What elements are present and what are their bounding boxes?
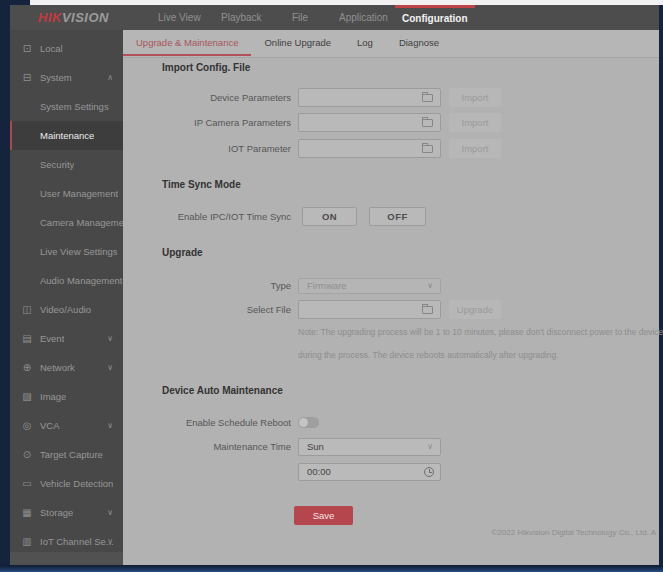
time-sync-on-button[interactable]: ON xyxy=(302,207,357,226)
maintenance-day-row: Maintenance Time Sun ∨ xyxy=(123,437,441,456)
nav-playback[interactable]: Playback xyxy=(221,5,262,30)
field-label: Type xyxy=(123,280,298,291)
chevron-down-icon: ∨ xyxy=(107,363,113,372)
target-capture-icon: ⊙ xyxy=(20,449,34,460)
schedule-reboot-row: Enable Schedule Reboot xyxy=(123,413,319,432)
maintenance-day-select[interactable]: Sun ∨ xyxy=(298,438,441,456)
folder-browse-icon[interactable] xyxy=(422,306,433,314)
logo-text-gray: VISION xyxy=(62,10,109,25)
upgrade-type-row: Type Firmware ∨ xyxy=(123,276,441,295)
device-parameters-row: Device Parameters Import xyxy=(123,88,501,107)
sidebar-item-security[interactable]: Security xyxy=(10,150,123,179)
select-file-row: Select File Upgrade xyxy=(123,300,501,319)
nav-live-view[interactable]: Live View xyxy=(158,5,201,30)
section-title-device-auto-maintenance: Device Auto Maintenance xyxy=(162,385,283,396)
iot-parameter-input[interactable] xyxy=(298,139,441,158)
select-file-input[interactable] xyxy=(298,300,441,319)
logo-text-red: HIK xyxy=(38,10,62,25)
sidebar-footer-strip xyxy=(10,552,123,565)
upgrade-button[interactable]: Upgrade xyxy=(449,300,501,319)
sidebar-item-image[interactable]: ▨ Image xyxy=(10,382,123,411)
video-audio-icon: ◫ xyxy=(20,304,34,315)
sidebar-item-target-capture[interactable]: ⊙ Target Capture xyxy=(10,440,123,469)
sidebar-item-camera-management[interactable]: Camera Management xyxy=(10,208,123,237)
selected-value: Sun xyxy=(307,441,324,452)
iot-parameter-row: IOT Parameter Import xyxy=(123,139,501,158)
sidebar-item-video-audio[interactable]: ◫ Video/Audio xyxy=(10,295,123,324)
section-title-time-sync: Time Sync Mode xyxy=(162,179,241,190)
tab-bar: Upgrade & Maintenance Online Upgrade Log… xyxy=(123,30,659,58)
field-label: Select File xyxy=(123,304,298,315)
folder-browse-icon[interactable] xyxy=(422,94,433,102)
sidebar-item-label: Image xyxy=(10,391,66,402)
nav-file[interactable]: File xyxy=(292,5,308,30)
device-parameters-input[interactable] xyxy=(298,88,441,107)
maintenance-time-row: 00:00 xyxy=(123,462,441,481)
field-label: IP Camera Parameters xyxy=(123,117,298,128)
sidebar-item-label: Live View Settings xyxy=(10,246,117,257)
import-ip-camera-parameters-button[interactable]: Import xyxy=(449,113,501,132)
clock-icon[interactable] xyxy=(424,467,434,477)
field-label: Maintenance Time xyxy=(123,441,298,452)
chevron-down-icon: ∨ xyxy=(427,279,433,293)
bottom-frame-strip xyxy=(0,565,663,572)
tab-diagnose[interactable]: Diagnose xyxy=(386,30,452,56)
sidebar: ⊡ Local ⊟ System ∧ System Settings Maint… xyxy=(10,30,123,565)
time-sync-off-button[interactable]: OFF xyxy=(369,207,426,226)
sidebar-item-live-view-settings[interactable]: Live View Settings xyxy=(10,237,123,266)
upgrade-type-select[interactable]: Firmware ∨ xyxy=(298,278,441,294)
import-iot-parameter-button[interactable]: Import xyxy=(449,139,501,158)
event-icon: ▤ xyxy=(20,333,34,344)
sidebar-item-system-settings[interactable]: System Settings xyxy=(10,92,123,121)
field-label: Enable IPC/IOT Time Sync xyxy=(123,211,298,222)
field-label: IOT Parameter xyxy=(123,143,298,154)
tab-log[interactable]: Log xyxy=(344,30,386,56)
sidebar-item-label: Camera Management xyxy=(10,217,123,228)
upgrade-note-line1: Note: The upgrading process will be 1 to… xyxy=(298,327,663,337)
selected-value: Firmware xyxy=(307,280,347,291)
image-icon: ▨ xyxy=(20,391,34,402)
sidebar-item-label: System Settings xyxy=(10,101,109,112)
sidebar-item-storage[interactable]: ▦ Storage ∨ xyxy=(10,498,123,527)
sidebar-item-maintenance[interactable]: Maintenance xyxy=(10,121,123,150)
sidebar-item-user-management[interactable]: User Management xyxy=(10,179,123,208)
schedule-reboot-toggle[interactable] xyxy=(298,417,319,428)
sidebar-item-label: Event xyxy=(10,333,64,344)
sidebar-item-label: Local xyxy=(10,43,63,54)
system-icon: ⊟ xyxy=(20,72,34,83)
ip-camera-parameters-input[interactable] xyxy=(298,113,441,132)
sidebar-item-network[interactable]: ⊕ Network ∨ xyxy=(10,353,123,382)
time-value: 00:00 xyxy=(307,466,331,477)
chevron-down-icon: ∨ xyxy=(427,439,433,455)
iot-channel-icon: ▥ xyxy=(20,536,34,547)
nav-application[interactable]: Application xyxy=(339,5,388,30)
sidebar-item-event[interactable]: ▤ Event ∨ xyxy=(10,324,123,353)
sidebar-item-system[interactable]: ⊟ System ∧ xyxy=(10,63,123,92)
chevron-down-icon: ∨ xyxy=(107,421,113,430)
folder-browse-icon[interactable] xyxy=(422,119,433,127)
nav-configuration[interactable]: Configuration xyxy=(395,5,475,30)
tab-upgrade-maintenance[interactable]: Upgrade & Maintenance xyxy=(123,30,251,56)
tab-online-upgrade[interactable]: Online Upgrade xyxy=(251,30,344,56)
field-label: Device Parameters xyxy=(123,92,298,103)
folder-browse-icon[interactable] xyxy=(422,145,433,153)
sidebar-item-local[interactable]: ⊡ Local xyxy=(10,34,123,63)
maintenance-time-input[interactable]: 00:00 xyxy=(298,463,441,481)
time-sync-row: Enable IPC/IOT Time Sync ON OFF xyxy=(123,207,426,226)
sidebar-item-vca[interactable]: ◎ VCA ∨ xyxy=(10,411,123,440)
sidebar-item-label: Maintenance xyxy=(10,130,94,141)
storage-icon: ▦ xyxy=(20,507,34,518)
sidebar-item-vehicle-detection[interactable]: ▭ Vehicle Detection xyxy=(10,469,123,498)
sidebar-item-label: Audio Management xyxy=(10,275,122,286)
chevron-down-icon: ∨ xyxy=(107,334,113,343)
chevron-down-icon: ∨ xyxy=(107,508,113,517)
section-title-import-config: Import Config. File xyxy=(162,62,250,73)
sidebar-item-audio-management[interactable]: Audio Management xyxy=(10,266,123,295)
save-button[interactable]: Save xyxy=(294,506,353,525)
sidebar-item-label: User Management xyxy=(10,188,118,199)
sidebar-item-label: Security xyxy=(10,159,74,170)
upgrade-note-line2: during the process. The device reboots a… xyxy=(298,350,559,360)
import-device-parameters-button[interactable]: Import xyxy=(449,88,501,107)
ip-camera-parameters-row: IP Camera Parameters Import xyxy=(123,113,501,132)
field-label: Enable Schedule Reboot xyxy=(123,417,298,428)
